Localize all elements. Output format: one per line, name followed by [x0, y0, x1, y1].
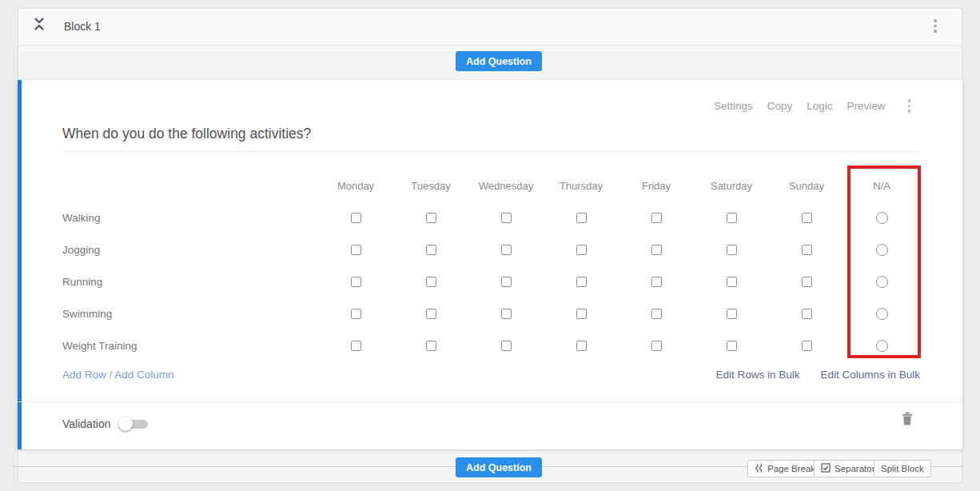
matrix-checkbox[interactable]: [501, 309, 512, 319]
delete-question-icon[interactable]: [902, 412, 913, 429]
add-question-button-bottom[interactable]: Add Question: [456, 457, 542, 477]
matrix-checkbox[interactable]: [351, 341, 361, 351]
matrix-column-header: Saturday: [694, 180, 769, 192]
matrix-cell: [393, 341, 468, 351]
collapse-block-icon[interactable]: [34, 17, 45, 31]
matrix-checkbox[interactable]: [426, 309, 436, 319]
matrix-radio[interactable]: [876, 308, 888, 320]
matrix-radio[interactable]: [876, 340, 888, 352]
matrix-cell: [619, 213, 694, 223]
matrix-cell: [844, 244, 919, 256]
matrix-checkbox[interactable]: [651, 277, 662, 287]
matrix-row-label: Walking: [62, 212, 318, 224]
matrix-checkbox[interactable]: [501, 245, 512, 255]
matrix-checkbox[interactable]: [576, 341, 587, 351]
matrix-radio[interactable]: [876, 212, 888, 224]
matrix-column-header: N/A: [844, 180, 919, 192]
page-break-icon: [755, 463, 763, 475]
matrix-checkbox[interactable]: [651, 213, 662, 223]
matrix-cell: [769, 309, 844, 319]
matrix-checkbox[interactable]: [426, 277, 436, 287]
matrix-checkbox[interactable]: [426, 341, 436, 351]
matrix-checkbox[interactable]: [727, 341, 737, 351]
matrix-checkbox[interactable]: [501, 213, 512, 223]
matrix-cell: [393, 213, 468, 223]
matrix-checkbox[interactable]: [727, 309, 737, 319]
matrix-checkbox[interactable]: [351, 245, 361, 255]
matrix-cell: [468, 341, 544, 351]
links-slash: /: [106, 369, 115, 381]
validation-toggle[interactable]: [118, 417, 148, 431]
matrix-checkbox[interactable]: [576, 213, 587, 223]
separator-button[interactable]: Separator: [814, 460, 882, 477]
question-title[interactable]: When do you do the following activities?: [62, 126, 311, 142]
edit-rows-bulk-link[interactable]: Edit Rows in Bulk: [715, 369, 799, 381]
matrix-header-row: MondayTuesdayWednesdayThursdayFridaySatu…: [62, 170, 919, 202]
preview-button[interactable]: Preview: [847, 100, 885, 112]
page-break-button[interactable]: Page Break: [747, 460, 823, 477]
matrix-cell: [468, 245, 544, 255]
matrix-cell: [393, 277, 468, 287]
matrix-checkbox[interactable]: [802, 277, 812, 287]
logic-button[interactable]: Logic: [807, 100, 832, 112]
matrix-checkbox[interactable]: [651, 341, 662, 351]
matrix-row-label: Swimming: [62, 308, 318, 320]
matrix-checkbox[interactable]: [576, 309, 587, 319]
matrix-cell: [544, 213, 619, 223]
matrix-cell: [544, 341, 619, 351]
add-column-link[interactable]: Add Column: [114, 369, 173, 381]
matrix-checkbox[interactable]: [651, 245, 662, 255]
matrix-checkbox[interactable]: [351, 213, 361, 223]
matrix-checkbox[interactable]: [501, 277, 512, 287]
edit-columns-bulk-link[interactable]: Edit Columns in Bulk: [820, 369, 920, 381]
matrix-cell: [393, 245, 468, 255]
matrix-checkbox[interactable]: [802, 341, 812, 351]
matrix-checkbox[interactable]: [802, 245, 812, 255]
matrix-cell: [619, 277, 694, 287]
matrix-cell: [769, 341, 844, 351]
matrix-cell: [694, 277, 769, 287]
matrix-checkbox[interactable]: [576, 245, 587, 255]
block-menu-icon[interactable]: [934, 19, 937, 33]
matrix-row: Walking: [62, 202, 919, 234]
add-question-button-top[interactable]: Add Question: [456, 51, 542, 71]
matrix-cell: [318, 341, 393, 351]
separator-icon: [821, 463, 831, 474]
matrix-checkbox[interactable]: [802, 213, 812, 223]
matrix-checkbox[interactable]: [727, 213, 737, 223]
matrix-cell: [468, 277, 544, 287]
matrix-checkbox[interactable]: [426, 213, 436, 223]
matrix-checkbox[interactable]: [501, 341, 512, 351]
copy-button[interactable]: Copy: [767, 100, 793, 112]
matrix-radio[interactable]: [876, 276, 888, 288]
matrix-checkbox[interactable]: [351, 277, 361, 287]
add-row-link[interactable]: Add Row: [62, 369, 106, 381]
matrix-cell: [769, 277, 844, 287]
matrix-cell: [318, 245, 393, 255]
matrix-cell: [544, 277, 619, 287]
matrix-cell: [844, 340, 919, 352]
page-break-label: Page Break: [767, 464, 815, 473]
separator-label: Separator: [835, 464, 875, 473]
matrix-row: Jogging: [62, 234, 919, 265]
matrix-cell: [769, 213, 844, 223]
settings-button[interactable]: Settings: [714, 100, 753, 112]
question-menu-icon[interactable]: [908, 99, 911, 113]
bulk-edit-links: Edit Rows in Bulk Edit Columns in Bulk: [715, 369, 920, 381]
matrix-cell: [619, 309, 694, 319]
matrix-checkbox[interactable]: [727, 277, 737, 287]
split-block-button[interactable]: Split Block: [874, 460, 931, 477]
matrix-checkbox[interactable]: [802, 309, 812, 319]
matrix-column-header: Friday: [619, 180, 694, 192]
matrix-checkbox[interactable]: [576, 277, 587, 287]
matrix-cell: [318, 309, 393, 319]
matrix-checkbox[interactable]: [351, 309, 361, 319]
matrix-checkbox[interactable]: [651, 309, 662, 319]
matrix-cell: [769, 245, 844, 255]
block-title: Block 1: [64, 20, 101, 33]
matrix-checkbox[interactable]: [426, 245, 436, 255]
validation-divider: [18, 401, 962, 402]
matrix-radio[interactable]: [876, 244, 888, 256]
matrix-checkbox[interactable]: [727, 245, 737, 255]
matrix-cell: [318, 277, 393, 287]
